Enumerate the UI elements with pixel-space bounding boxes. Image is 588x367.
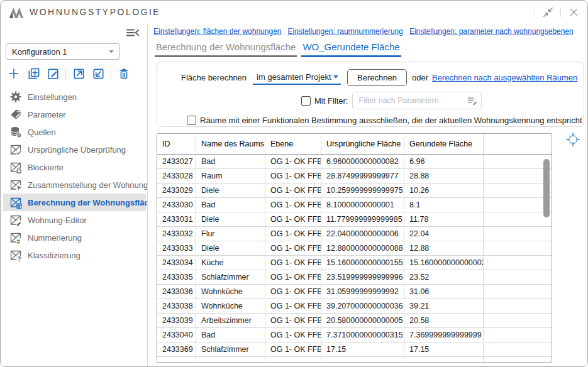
sidebar-item-wohnung-editor[interactable]: Wohnung-Editor <box>3 211 146 229</box>
table-cell: OG 1- OK FFB <box>265 198 321 212</box>
tab-berechnung-der-wohnungsflaeche[interactable]: Berechnung der Wohnungsfläche <box>155 41 297 57</box>
table-cell: 12.88 <box>404 241 484 255</box>
table-cell: Wohnküche <box>196 285 265 299</box>
table-cell: 39.207000000000036 <box>321 299 404 313</box>
table-cell <box>484 270 552 284</box>
table-row[interactable]: 2433369SchlafzimmerOG 1- OK FFB17.1517.1… <box>157 342 552 357</box>
column-header-gerundete-flaeche[interactable]: Gerundete Fläche <box>404 134 484 154</box>
table-row[interactable]: 2433033DieleOG 1- OK FFB12.8800000000000… <box>157 241 552 256</box>
table-cell <box>484 212 552 226</box>
table-cell: OG 1- OK FFB <box>265 155 321 168</box>
table-cell: 6.960000000000082 <box>321 155 404 168</box>
rooms-table: ID Name des Raums Ebene Ursprüngliche Fl… <box>157 133 552 363</box>
edit-icon[interactable] <box>45 65 61 82</box>
berechnen-nach-raeumen-link[interactable]: Berechnen nach ausgewählten Räumen <box>432 73 577 82</box>
table-cell: 2433032 <box>157 227 196 241</box>
table-row[interactable]: 2433036WohnkücheOG 1- OK FFB31.059999999… <box>157 285 552 299</box>
table-row[interactable]: 2433038WohnkücheOG 1- OK FFB39.207000000… <box>157 299 552 314</box>
add-icon[interactable] <box>6 65 22 82</box>
link-raumnummerierung[interactable]: Einstellungen: raumnummerierung <box>287 27 402 36</box>
close-icon[interactable] <box>566 4 581 19</box>
table-cell: 2433039 <box>157 314 196 327</box>
table-cell: 15.160000000000002 <box>404 256 484 270</box>
table-row[interactable]: 2433030BadOG 1- OK FFB8.100000000000018.… <box>157 198 552 212</box>
sidebar: Konfiguration 1 <box>1 23 147 366</box>
table-cell: 7.3710000000000315 <box>321 328 404 342</box>
sidebar-item-klassifizierung[interactable]: ? Klassifizierung <box>3 246 146 264</box>
table-cell: 2433038 <box>157 299 196 313</box>
table-row[interactable]: 2433034KücheOG 1- OK FFB15.1600000000001… <box>157 256 552 270</box>
table-cell: 11.779999999999985 <box>321 212 404 226</box>
locate-target-icon[interactable] <box>565 132 580 147</box>
sidebar-item-urspruengliche-ueberpruefung[interactable]: Ursprüngliche Überprüfung <box>3 141 146 158</box>
svg-text:?: ? <box>18 256 21 261</box>
table-row[interactable]: 2433031DieleOG 1- OK FFB11.7799999999999… <box>157 212 552 227</box>
table-row[interactable]: 2433032FlurOG 1- OK FFB22.04000000000006… <box>157 227 552 241</box>
app-logo-icon <box>8 5 25 19</box>
sidebar-item-quellen[interactable]: Quellen <box>3 123 146 141</box>
titlebar-separator <box>535 7 535 17</box>
exclude-rooms-checkbox[interactable] <box>187 116 196 125</box>
berechnen-button[interactable]: Berechnen <box>347 69 407 86</box>
mit-filter-checkbox[interactable] <box>301 96 311 106</box>
configuration-select[interactable]: Konfiguration 1 <box>6 43 120 60</box>
sidebar-item-zusammenstellung[interactable]: Zusammenstellung der Wohnungen <box>3 176 146 194</box>
collapse-window-icon[interactable] <box>540 4 555 19</box>
tab-wo-gerundete-flaeche[interactable]: WO_Gerundete Fläche <box>301 41 401 57</box>
mit-filter-label: Mit Filter: <box>314 96 348 106</box>
column-header-urspruengliche-flaeche[interactable]: Ursprüngliche Fläche <box>321 134 404 154</box>
sidebar-item-label: Blockierte <box>28 163 64 172</box>
sidebar-item-label: Parameter <box>28 110 66 119</box>
table-cell <box>484 328 552 342</box>
table-cell: 2433034 <box>157 256 196 270</box>
toolbar-separator <box>111 67 111 80</box>
table-body: 2433027BadOG 1- OK FFB6.9600000000000826… <box>157 155 552 363</box>
table-cell: 2433030 <box>157 198 196 212</box>
delete-icon[interactable] <box>116 65 132 82</box>
column-header-id[interactable]: ID <box>157 134 196 154</box>
table-scrollbar-thumb[interactable] <box>543 159 550 217</box>
table-cell: Diele <box>196 241 265 255</box>
table-cell: 8.10000000000001 <box>321 198 404 212</box>
table-row[interactable] <box>157 357 552 363</box>
table-cell: 2433029 <box>157 184 196 197</box>
column-header-name-des-raums[interactable]: Name des Raums <box>196 134 265 154</box>
link-parameter-nach-wohnungsebenen[interactable]: Einstellungen: parameter nach wohnungseb… <box>409 27 574 36</box>
table-cell: 17.15 <box>404 342 484 356</box>
room-cursor-icon <box>9 178 22 191</box>
table-cell: 2433369 <box>157 342 196 356</box>
sidebar-item-parameter[interactable]: Parameter <box>3 106 146 123</box>
filter-edit-icon[interactable] <box>467 96 478 106</box>
table-cell <box>484 299 552 313</box>
table-cell: Diele <box>196 212 265 226</box>
table-cell: OG 1- OK FFB <box>265 184 321 197</box>
table-row[interactable]: 2433040BadOG 1- OK FFB7.3710000000000315… <box>157 328 552 342</box>
table-row[interactable]: 2433028RaumOG 1- OK FFB28.87499999999977… <box>157 169 552 184</box>
sidebar-item-blockierte[interactable]: Blockierte <box>3 158 146 176</box>
collapse-sidebar-icon[interactable] <box>126 27 141 40</box>
table-cell: OG 1- OK FFB <box>265 328 321 342</box>
export-icon[interactable] <box>70 65 87 82</box>
table-cell: 22.04 <box>404 227 484 241</box>
table-cell <box>321 357 404 363</box>
scope-select[interactable]: im gesamten Projekt <box>253 71 341 85</box>
table-cell: 22.04000000000006 <box>321 227 404 241</box>
table-cell <box>484 169 552 183</box>
column-header-ebene[interactable]: Ebene <box>265 134 321 154</box>
app-window: WOHNUNGSTYPOLOGIE <box>0 0 588 367</box>
table-row[interactable]: 2433035SchlafzimmerOG 1- OK FFB23.519999… <box>157 270 552 285</box>
table-row[interactable]: 2433027BadOG 1- OK FFB6.9600000000000826… <box>157 155 552 169</box>
table-row[interactable]: 2433029DieleOG 1- OK FFB10.2599999999999… <box>157 184 552 198</box>
sidebar-item-berechnung-der-wohnungsflaeche[interactable]: Berechnung der Wohnungsfläche <box>3 194 146 211</box>
link-flaechen-der-wohnungen[interactable]: Einstellungen: flächen der wohnungen <box>153 27 281 36</box>
table-row[interactable]: 2433039ArbeitszimmerOG 1- OK FFB20.58000… <box>157 314 552 328</box>
sidebar-item-einstellungen[interactable]: Einstellungen <box>3 88 146 106</box>
duplicate-icon[interactable] <box>25 65 42 82</box>
import-icon[interactable] <box>90 65 106 82</box>
filter-input[interactable] <box>352 92 482 109</box>
table-cell <box>196 357 265 363</box>
toolbar-separator <box>65 67 66 80</box>
table-cell <box>484 227 552 241</box>
table-cell: Bad <box>196 328 265 342</box>
sidebar-item-nummerierung[interactable]: # Nummerierung <box>3 229 146 246</box>
